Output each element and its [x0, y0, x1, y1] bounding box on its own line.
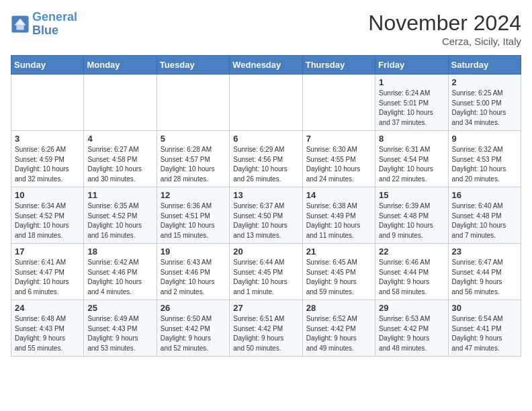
calendar-cell: 19Sunrise: 6:43 AM Sunset: 4:46 PM Dayli… [157, 244, 229, 300]
day-number: 4 [87, 134, 152, 144]
cell-info: Sunrise: 6:50 AM Sunset: 4:42 PM Dayligh… [161, 314, 226, 353]
day-number: 9 [452, 134, 517, 144]
day-number: 28 [306, 303, 371, 313]
cell-info: Sunrise: 6:32 AM Sunset: 4:53 PM Dayligh… [452, 145, 517, 184]
day-number: 11 [87, 190, 152, 200]
cell-info: Sunrise: 6:28 AM Sunset: 4:57 PM Dayligh… [161, 145, 226, 184]
day-number: 18 [87, 246, 152, 257]
calendar-cell: 3Sunrise: 6:26 AM Sunset: 4:59 PM Daylig… [11, 131, 84, 187]
day-number: 1 [379, 77, 444, 87]
day-number: 2 [452, 77, 517, 87]
calendar-cell: 7Sunrise: 6:30 AM Sunset: 4:55 PM Daylig… [302, 131, 375, 187]
calendar-cell [11, 75, 84, 131]
calendar-week-row: 17Sunrise: 6:41 AM Sunset: 4:47 PM Dayli… [11, 244, 521, 300]
day-header: Friday [375, 56, 448, 75]
month-title: November 2024 [368, 11, 521, 36]
calendar-cell: 8Sunrise: 6:31 AM Sunset: 4:54 PM Daylig… [375, 131, 448, 187]
cell-info: Sunrise: 6:48 AM Sunset: 4:43 PM Dayligh… [15, 314, 80, 353]
calendar-cell: 11Sunrise: 6:35 AM Sunset: 4:52 PM Dayli… [84, 187, 157, 244]
cell-info: Sunrise: 6:43 AM Sunset: 4:46 PM Dayligh… [161, 258, 226, 297]
day-number: 20 [233, 246, 298, 257]
day-number: 22 [379, 246, 444, 257]
calendar-cell [157, 75, 229, 131]
day-header: Thursday [302, 56, 375, 75]
calendar-cell: 26Sunrise: 6:50 AM Sunset: 4:42 PM Dayli… [157, 300, 229, 357]
cell-info: Sunrise: 6:47 AM Sunset: 4:44 PM Dayligh… [452, 258, 517, 297]
day-header: Tuesday [157, 56, 229, 75]
calendar-cell: 28Sunrise: 6:52 AM Sunset: 4:42 PM Dayli… [302, 300, 375, 357]
cell-info: Sunrise: 6:54 AM Sunset: 4:41 PM Dayligh… [452, 314, 517, 353]
day-number: 21 [306, 246, 371, 257]
day-number: 30 [452, 303, 517, 313]
cell-info: Sunrise: 6:24 AM Sunset: 5:01 PM Dayligh… [379, 89, 444, 128]
cell-info: Sunrise: 6:34 AM Sunset: 4:52 PM Dayligh… [15, 201, 80, 240]
calendar-cell: 16Sunrise: 6:40 AM Sunset: 4:48 PM Dayli… [448, 187, 521, 244]
calendar-cell: 5Sunrise: 6:28 AM Sunset: 4:57 PM Daylig… [157, 131, 229, 187]
day-number: 5 [161, 134, 226, 144]
cell-info: Sunrise: 6:41 AM Sunset: 4:47 PM Dayligh… [15, 258, 80, 297]
day-number: 3 [15, 134, 80, 144]
day-number: 25 [87, 303, 152, 313]
cell-info: Sunrise: 6:42 AM Sunset: 4:46 PM Dayligh… [87, 258, 152, 297]
calendar-cell: 23Sunrise: 6:47 AM Sunset: 4:44 PM Dayli… [448, 244, 521, 300]
day-header-row: SundayMondayTuesdayWednesdayThursdayFrid… [11, 56, 521, 75]
cell-info: Sunrise: 6:30 AM Sunset: 4:55 PM Dayligh… [306, 145, 371, 184]
day-header: Monday [84, 56, 157, 75]
day-number: 7 [306, 134, 371, 144]
day-header: Sunday [11, 56, 84, 75]
calendar-cell: 24Sunrise: 6:48 AM Sunset: 4:43 PM Dayli… [11, 300, 84, 357]
day-number: 8 [379, 134, 444, 144]
day-number: 14 [306, 190, 371, 200]
day-number: 6 [233, 134, 298, 144]
day-number: 19 [161, 246, 226, 257]
cell-info: Sunrise: 6:29 AM Sunset: 4:56 PM Dayligh… [233, 145, 298, 184]
calendar-cell: 13Sunrise: 6:37 AM Sunset: 4:50 PM Dayli… [230, 187, 302, 244]
calendar-cell: 17Sunrise: 6:41 AM Sunset: 4:47 PM Dayli… [11, 244, 84, 300]
calendar-cell: 6Sunrise: 6:29 AM Sunset: 4:56 PM Daylig… [230, 131, 302, 187]
day-number: 12 [161, 190, 226, 200]
calendar-cell: 27Sunrise: 6:51 AM Sunset: 4:42 PM Dayli… [230, 300, 302, 357]
calendar-cell: 12Sunrise: 6:36 AM Sunset: 4:51 PM Dayli… [157, 187, 229, 244]
cell-info: Sunrise: 6:25 AM Sunset: 5:00 PM Dayligh… [452, 89, 517, 128]
calendar-cell: 20Sunrise: 6:44 AM Sunset: 4:45 PM Dayli… [230, 244, 302, 300]
calendar-cell [84, 75, 157, 131]
cell-info: Sunrise: 6:49 AM Sunset: 4:43 PM Dayligh… [87, 314, 152, 353]
page-header: General Blue November 2024 Cerza, Sicily… [11, 11, 521, 47]
calendar-cell: 15Sunrise: 6:39 AM Sunset: 4:48 PM Dayli… [375, 187, 448, 244]
cell-info: Sunrise: 6:36 AM Sunset: 4:51 PM Dayligh… [161, 201, 226, 240]
day-number: 15 [379, 190, 444, 200]
calendar-cell: 21Sunrise: 6:45 AM Sunset: 4:45 PM Dayli… [302, 244, 375, 300]
day-number: 13 [233, 190, 298, 200]
cell-info: Sunrise: 6:38 AM Sunset: 4:49 PM Dayligh… [306, 201, 371, 240]
cell-info: Sunrise: 6:27 AM Sunset: 4:58 PM Dayligh… [87, 145, 152, 184]
calendar-cell: 9Sunrise: 6:32 AM Sunset: 4:53 PM Daylig… [448, 131, 521, 187]
calendar-cell [302, 75, 375, 131]
cell-info: Sunrise: 6:53 AM Sunset: 4:42 PM Dayligh… [379, 314, 444, 353]
day-number: 24 [15, 303, 80, 313]
day-number: 29 [379, 303, 444, 313]
cell-info: Sunrise: 6:31 AM Sunset: 4:54 PM Dayligh… [379, 145, 444, 184]
calendar-cell: 2Sunrise: 6:25 AM Sunset: 5:00 PM Daylig… [448, 75, 521, 131]
svg-rect-2 [16, 25, 24, 30]
cell-info: Sunrise: 6:45 AM Sunset: 4:45 PM Dayligh… [306, 258, 371, 297]
cell-info: Sunrise: 6:37 AM Sunset: 4:50 PM Dayligh… [233, 201, 298, 240]
location: Cerza, Sicily, Italy [368, 36, 521, 47]
logo-text: General Blue [32, 11, 77, 38]
calendar-week-row: 3Sunrise: 6:26 AM Sunset: 4:59 PM Daylig… [11, 131, 521, 187]
calendar-cell: 25Sunrise: 6:49 AM Sunset: 4:43 PM Dayli… [84, 300, 157, 357]
day-number: 23 [452, 246, 517, 257]
day-number: 10 [15, 190, 80, 200]
cell-info: Sunrise: 6:51 AM Sunset: 4:42 PM Dayligh… [233, 314, 298, 353]
cell-info: Sunrise: 6:39 AM Sunset: 4:48 PM Dayligh… [379, 201, 444, 240]
calendar-cell: 30Sunrise: 6:54 AM Sunset: 4:41 PM Dayli… [448, 300, 521, 357]
logo: General Blue [11, 11, 77, 38]
calendar-week-row: 1Sunrise: 6:24 AM Sunset: 5:01 PM Daylig… [11, 75, 521, 131]
calendar-cell: 22Sunrise: 6:46 AM Sunset: 4:44 PM Dayli… [375, 244, 448, 300]
cell-info: Sunrise: 6:26 AM Sunset: 4:59 PM Dayligh… [15, 145, 80, 184]
cell-info: Sunrise: 6:52 AM Sunset: 4:42 PM Dayligh… [306, 314, 371, 353]
calendar-cell: 29Sunrise: 6:53 AM Sunset: 4:42 PM Dayli… [375, 300, 448, 357]
day-header: Wednesday [230, 56, 302, 75]
calendar-week-row: 24Sunrise: 6:48 AM Sunset: 4:43 PM Dayli… [11, 300, 521, 357]
logo-icon [11, 15, 30, 34]
calendar-cell: 18Sunrise: 6:42 AM Sunset: 4:46 PM Dayli… [84, 244, 157, 300]
